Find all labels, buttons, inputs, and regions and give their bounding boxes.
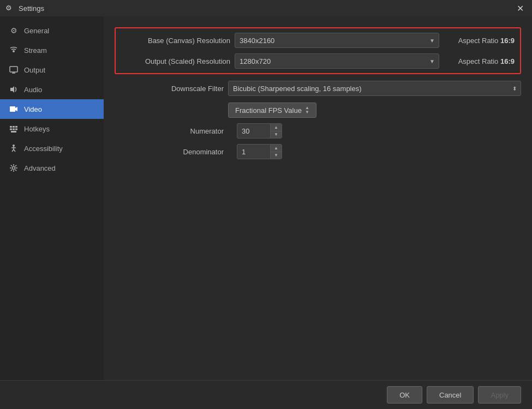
sidebar-item-label: Output: [24, 66, 45, 74]
base-resolution-row: Base (Canvas) Resolution 3840x2160 1920x…: [121, 33, 515, 48]
base-aspect-ratio-label: Aspect Ratio 16:9: [444, 37, 515, 45]
svg-point-13: [13, 145, 15, 147]
svg-rect-6: [10, 126, 12, 128]
svg-rect-7: [13, 126, 15, 128]
sidebar-item-label: Advanced: [24, 164, 56, 172]
svg-line-24: [15, 170, 16, 171]
accessibility-icon: [9, 143, 19, 153]
base-resolution-select-wrapper: 3840x2160 1920x1080 1280x720 ▼: [235, 33, 439, 48]
sidebar-item-stream[interactable]: Stream: [0, 40, 104, 60]
ok-button[interactable]: OK: [387, 386, 422, 404]
downscale-select[interactable]: Bicubic (Sharpened scaling, 16 samples) …: [228, 81, 521, 96]
numerator-down-button[interactable]: ▼: [271, 131, 282, 139]
resolution-section: Base (Canvas) Resolution 3840x2160 1920x…: [115, 27, 521, 74]
numerator-spinner: ▲ ▼: [270, 124, 282, 138]
svg-marker-5: [15, 107, 17, 111]
denominator-row: Denominator ▲ ▼: [115, 144, 521, 159]
numerator-row: Numerator ▲ ▼: [115, 123, 521, 139]
svg-rect-1: [10, 67, 17, 72]
output-resolution-select-wrapper: 1280x720 1920x1080 3840x2160 ▼: [235, 53, 439, 69]
svg-rect-10: [13, 129, 15, 130]
advanced-icon: [9, 163, 19, 173]
numerator-up-button[interactable]: ▲: [271, 124, 282, 131]
fps-type-chevrons: ▲ ▼: [305, 106, 309, 115]
sidebar-item-label: General: [24, 27, 49, 35]
fps-type-row: Fractional FPS Value ▲ ▼: [115, 103, 521, 118]
svg-line-26: [11, 170, 12, 171]
sidebar-item-hotkeys[interactable]: Hotkeys: [0, 119, 104, 139]
content-area: Base (Canvas) Resolution 3840x2160 1920x…: [104, 16, 532, 380]
title-bar-title: Settings: [19, 4, 44, 13]
svg-point-18: [13, 167, 15, 170]
close-button[interactable]: ✕: [513, 2, 527, 15]
output-aspect-ratio-label: Aspect Ratio 16:9: [444, 57, 515, 65]
sidebar-item-advanced[interactable]: Advanced: [0, 158, 104, 178]
svg-line-17: [14, 149, 15, 152]
footer: OK Cancel Apply: [0, 380, 532, 409]
denominator-down-button[interactable]: ▼: [271, 152, 282, 159]
sidebar: ⚙ General Stream Output: [0, 16, 104, 380]
title-bar: ⚙ Settings ✕: [0, 0, 532, 16]
fps-type-label: Fractional FPS Value: [235, 106, 302, 115]
output-resolution-label: Output (Scaled) Resolution: [121, 57, 230, 65]
sidebar-item-video[interactable]: Video: [0, 99, 104, 119]
main-content: ⚙ General Stream Output: [0, 16, 532, 380]
sidebar-item-general[interactable]: ⚙ General: [0, 21, 104, 40]
sidebar-item-label: Accessibility: [24, 145, 63, 153]
svg-rect-12: [11, 131, 16, 133]
sidebar-item-label: Video: [24, 105, 42, 113]
svg-rect-11: [15, 129, 17, 130]
downscale-row: Downscale Filter Bicubic (Sharpened scal…: [115, 81, 521, 96]
sidebar-item-output[interactable]: Output: [0, 60, 104, 80]
cancel-button[interactable]: Cancel: [427, 386, 474, 404]
output-resolution-select[interactable]: 1280x720 1920x1080 3840x2160: [235, 53, 439, 69]
sidebar-item-label: Audio: [24, 86, 42, 94]
denominator-up-button[interactable]: ▲: [271, 145, 282, 152]
base-resolution-label: Base (Canvas) Resolution: [121, 37, 230, 45]
numerator-label: Numerator: [115, 127, 224, 135]
hotkeys-icon: [9, 124, 19, 134]
video-icon: [9, 104, 19, 114]
numerator-input-wrapper: ▲ ▼: [237, 123, 282, 139]
sidebar-item-accessibility[interactable]: Accessibility: [0, 139, 104, 158]
denominator-spinner: ▲ ▼: [270, 145, 282, 159]
denominator-input-wrapper: ▲ ▼: [237, 144, 282, 159]
title-bar-left: ⚙ Settings: [5, 4, 44, 13]
denominator-input[interactable]: [237, 146, 270, 158]
svg-rect-9: [10, 129, 12, 130]
base-resolution-select[interactable]: 3840x2160 1920x1080 1280x720: [235, 33, 439, 48]
output-icon: [9, 65, 19, 75]
sidebar-item-label: Stream: [24, 46, 47, 55]
stream-icon: [9, 45, 19, 55]
downscale-label: Downscale Filter: [115, 85, 224, 93]
svg-line-23: [11, 165, 12, 166]
sidebar-item-label: Hotkeys: [24, 125, 50, 133]
numerator-input[interactable]: [237, 125, 270, 137]
gear-icon: ⚙: [9, 26, 19, 35]
audio-icon: [9, 85, 19, 94]
app-icon: ⚙: [5, 4, 14, 13]
fps-type-button[interactable]: Fractional FPS Value ▲ ▼: [228, 103, 316, 118]
svg-point-0: [13, 50, 15, 52]
svg-rect-8: [15, 126, 17, 128]
apply-button[interactable]: Apply: [478, 386, 521, 404]
svg-line-25: [15, 165, 16, 166]
fps-section: Fractional FPS Value ▲ ▼ Numerator ▲ ▼: [115, 103, 521, 159]
downscale-select-wrapper: Bicubic (Sharpened scaling, 16 samples) …: [228, 81, 521, 96]
denominator-label: Denominator: [115, 148, 224, 156]
svg-rect-4: [10, 106, 15, 112]
sidebar-item-audio[interactable]: Audio: [0, 80, 104, 99]
output-resolution-row: Output (Scaled) Resolution 1280x720 1920…: [121, 53, 515, 69]
